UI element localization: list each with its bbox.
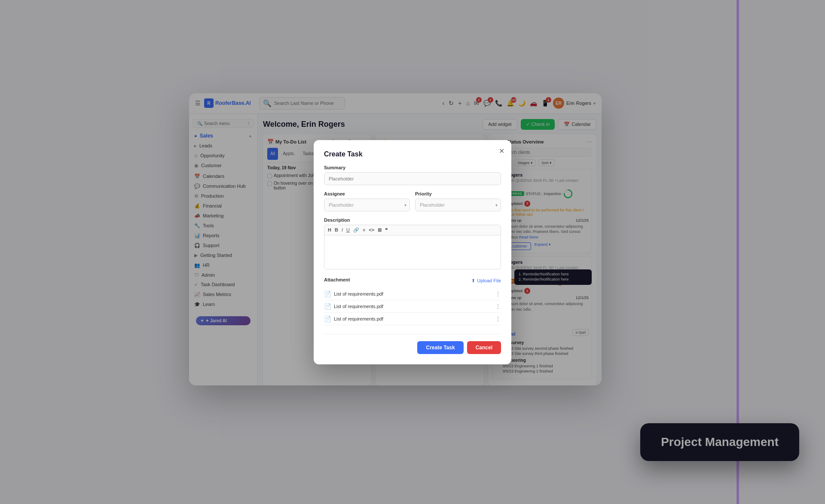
attachment-item-3: 📄 List of requirements.pdf ⋮: [324, 313, 501, 325]
rte-quote-btn[interactable]: ❝: [385, 227, 388, 233]
assignee-label: Assignee: [324, 191, 410, 196]
priority-label: Priority: [415, 191, 501, 196]
modal-overlay[interactable]: Create Task ✕ Summary Assignee Placehold…: [0, 0, 825, 504]
rte-link-btn[interactable]: 🔗: [353, 227, 359, 233]
summary-label: Summary: [324, 165, 501, 170]
attachment-menu-1[interactable]: ⋮: [495, 290, 501, 297]
description-label: Description: [324, 217, 501, 223]
summary-group: Summary: [324, 165, 501, 185]
modal-footer: Create Task Cancel: [324, 334, 501, 354]
rte-toolbar: H B I U 🔗 ≡ <> ⊞ ❝: [324, 225, 501, 235]
modal-close-button[interactable]: ✕: [499, 147, 504, 155]
attachment-name-3: List of requirements.pdf: [334, 316, 492, 321]
attachment-item-2: 📄 List of requirements.pdf ⋮: [324, 300, 501, 313]
rte-table-btn[interactable]: ⊞: [378, 227, 382, 233]
pdf-icon-1: 📄: [324, 290, 331, 297]
create-task-modal: Create Task ✕ Summary Assignee Placehold…: [314, 140, 511, 364]
rte-heading-btn[interactable]: H: [328, 227, 331, 232]
description-textarea[interactable]: [324, 235, 501, 269]
upload-file-button[interactable]: ⬆ Upload File: [471, 278, 501, 284]
rte-list-btn[interactable]: ≡: [363, 227, 365, 232]
attachment-menu-2[interactable]: ⋮: [495, 303, 501, 310]
attachment-name-1: List of requirements.pdf: [334, 291, 492, 296]
cancel-button[interactable]: Cancel: [467, 341, 501, 354]
attachment-name-2: List of requirements.pdf: [334, 304, 492, 309]
rte-italic-btn[interactable]: I: [342, 227, 343, 232]
assignee-priority-row: Assignee Placeholder ▾ Priority Placehol…: [324, 191, 501, 211]
attachment-label: Attachment: [324, 277, 350, 282]
attachment-header: Attachment ⬆ Upload File: [324, 277, 501, 284]
rte-underline-btn[interactable]: U: [346, 227, 350, 232]
priority-select[interactable]: Placeholder: [415, 199, 501, 211]
rte-bold-btn[interactable]: B: [335, 227, 338, 232]
upload-label: Upload File: [477, 278, 501, 283]
assignee-select-wrapper: Placeholder ▾: [324, 199, 410, 211]
pdf-icon-3: 📄: [324, 315, 331, 322]
create-task-button[interactable]: Create Task: [417, 341, 463, 354]
summary-input[interactable]: [324, 172, 501, 185]
modal-title: Create Task: [324, 150, 501, 158]
assignee-group: Assignee Placeholder ▾: [324, 191, 410, 211]
priority-select-wrapper: Placeholder ▾: [415, 199, 501, 211]
attachment-group: Attachment ⬆ Upload File 📄 List of requi…: [324, 277, 501, 325]
attachment-menu-3[interactable]: ⋮: [495, 315, 501, 322]
description-group: Description H B I U 🔗 ≡ <> ⊞ ❝: [324, 217, 501, 271]
priority-group: Priority Placeholder ▾: [415, 191, 501, 211]
pdf-icon-2: 📄: [324, 303, 331, 310]
assignee-select[interactable]: Placeholder: [324, 199, 410, 211]
upload-icon: ⬆: [471, 278, 475, 284]
rte-code-btn[interactable]: <>: [369, 227, 374, 232]
attachment-item-1: 📄 List of requirements.pdf ⋮: [324, 288, 501, 300]
